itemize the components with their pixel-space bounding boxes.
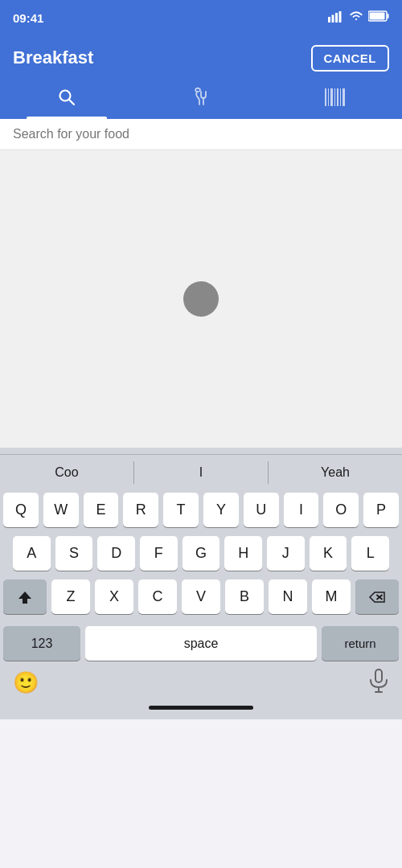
key-m[interactable]: M — [312, 579, 351, 614]
tab-search[interactable] — [0, 80, 134, 119]
page-title: Breakfast — [13, 47, 93, 68]
return-key[interactable]: return — [322, 626, 399, 661]
keyboard: Coo I Yeah Q W E R T Y U I O P A S D F G… — [0, 448, 402, 699]
search-container — [0, 119, 402, 150]
key-f[interactable]: F — [140, 536, 178, 571]
predictive-yeah[interactable]: Yeah — [269, 455, 402, 489]
barcode-tab-icon — [324, 88, 347, 111]
key-row-2: A S D F G H J K L — [3, 536, 399, 571]
svg-rect-12 — [328, 88, 329, 106]
svg-rect-1 — [332, 14, 334, 23]
status-time: 09:41 — [13, 11, 43, 25]
svg-rect-14 — [334, 88, 335, 106]
key-c[interactable]: C — [138, 579, 177, 614]
predictive-coo[interactable]: Coo — [0, 455, 133, 489]
home-indicator-area — [0, 699, 402, 719]
svg-rect-2 — [335, 13, 338, 23]
bottom-accessory-bar: 🙂 — [0, 664, 402, 699]
key-y[interactable]: Y — [203, 493, 239, 527]
key-l[interactable]: L — [351, 536, 389, 571]
key-k[interactable]: K — [310, 536, 347, 571]
svg-rect-20 — [375, 669, 382, 682]
status-icons — [328, 10, 389, 25]
key-s[interactable]: S — [55, 536, 93, 571]
key-v[interactable]: V — [182, 579, 220, 614]
key-t[interactable]: T — [163, 493, 199, 527]
space-key[interactable]: space — [85, 626, 317, 661]
key-r[interactable]: R — [123, 493, 158, 527]
key-w[interactable]: W — [43, 493, 79, 527]
search-input[interactable] — [13, 127, 389, 141]
content-area — [0, 150, 402, 448]
svg-point-10 — [195, 88, 200, 92]
status-bar: 09:41 — [0, 0, 402, 35]
tab-barcode[interactable] — [268, 80, 402, 119]
search-tab-icon — [57, 88, 76, 112]
key-d[interactable]: D — [97, 536, 135, 571]
key-j[interactable]: J — [267, 536, 305, 571]
keys-section: Q W E R T Y U I O P A S D F G H J K L — [0, 489, 402, 626]
tab-meals[interactable] — [134, 80, 269, 119]
battery-icon — [368, 10, 389, 25]
key-p[interactable]: P — [363, 493, 399, 527]
bottom-bar: 123 space return — [0, 626, 402, 664]
key-row-1: Q W E R T Y U I O P — [3, 493, 399, 527]
key-a[interactable]: A — [13, 536, 51, 571]
emoji-icon[interactable]: 🙂 — [13, 670, 39, 695]
key-e[interactable]: E — [84, 493, 119, 527]
key-n[interactable]: N — [269, 579, 307, 614]
key-o[interactable]: O — [323, 493, 359, 527]
home-bar — [149, 706, 253, 710]
predictive-bar: Coo I Yeah — [0, 454, 402, 489]
svg-rect-5 — [388, 14, 389, 18]
tab-bar — [0, 80, 402, 119]
svg-rect-6 — [370, 13, 385, 20]
key-row-3: Z X C V B N M — [3, 579, 399, 614]
wifi-icon — [349, 10, 363, 25]
meals-tab-icon — [191, 87, 211, 113]
mic-icon[interactable] — [368, 669, 389, 696]
svg-rect-3 — [339, 11, 342, 23]
svg-rect-16 — [340, 88, 341, 106]
predictive-i[interactable]: I — [134, 455, 268, 489]
svg-rect-0 — [328, 17, 330, 23]
number-key[interactable]: 123 — [3, 626, 80, 661]
svg-rect-11 — [325, 88, 326, 106]
key-x[interactable]: X — [95, 579, 133, 614]
key-q[interactable]: Q — [3, 493, 39, 527]
svg-line-8 — [69, 100, 74, 104]
shift-key[interactable] — [3, 579, 47, 614]
svg-rect-17 — [343, 88, 345, 106]
key-g[interactable]: G — [183, 536, 220, 571]
cancel-button[interactable]: CANCEL — [311, 45, 390, 72]
key-u[interactable]: U — [244, 493, 279, 527]
key-h[interactable]: H — [224, 536, 262, 571]
signal-icon — [328, 11, 344, 25]
header: Breakfast CANCEL — [0, 35, 402, 80]
loading-indicator — [183, 281, 219, 317]
delete-key[interactable] — [355, 579, 399, 614]
svg-rect-15 — [337, 88, 338, 106]
key-b[interactable]: B — [225, 579, 264, 614]
key-z[interactable]: Z — [51, 579, 90, 614]
key-i[interactable]: I — [284, 493, 319, 527]
svg-rect-13 — [330, 88, 333, 106]
